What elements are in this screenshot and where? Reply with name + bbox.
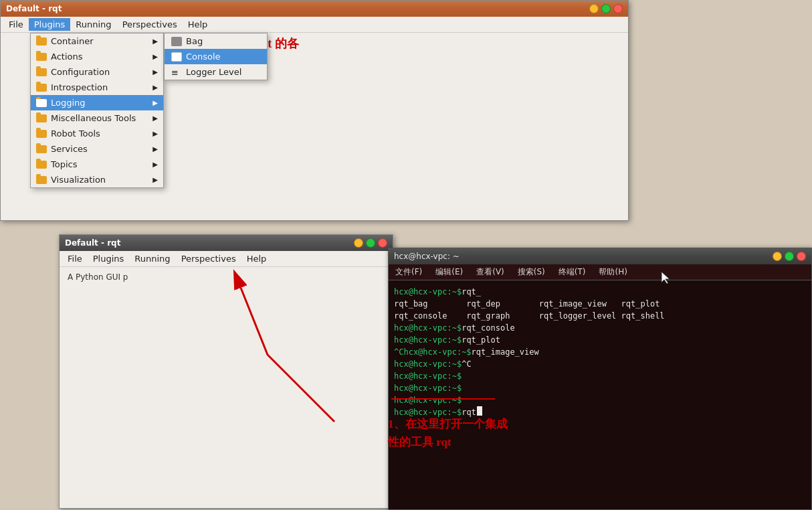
chevron-icon: ▶ xyxy=(153,53,158,60)
bottom-menu-help[interactable]: Help xyxy=(241,252,272,265)
top-menubar: File Plugins Running Perspectives Help xyxy=(1,17,628,33)
bottom-menu-plugins[interactable]: Plugins xyxy=(88,252,130,265)
plugin-logging-label: Logging xyxy=(51,98,86,108)
bottom-menu-running[interactable]: Running xyxy=(129,252,175,265)
term-line-10: hcx@hcx-vpc:~$ xyxy=(394,394,806,406)
menu-file[interactable]: File xyxy=(3,18,29,31)
bottom-content: A Python GUI p xyxy=(60,267,393,287)
plugin-introspection-label: Introspection xyxy=(51,82,108,92)
terminal-maximize[interactable] xyxy=(785,252,794,261)
chevron-icon: ▶ xyxy=(153,130,158,137)
bottom-title: Default - rqt xyxy=(65,238,120,248)
term-menu-search[interactable]: 搜索(S) xyxy=(514,265,549,279)
chevron-icon: ▶ xyxy=(153,145,158,153)
minimize-button[interactable] xyxy=(589,4,599,13)
folder-icon xyxy=(36,161,47,169)
plugin-configuration-label: Configuration xyxy=(51,67,110,77)
chevron-icon: ▶ xyxy=(153,176,158,183)
terminal-minimize[interactable] xyxy=(773,252,782,261)
term-line-8: hcx@hcx-vpc:~$ xyxy=(394,370,806,382)
term-menu-edit[interactable]: 编辑(E) xyxy=(431,265,467,279)
terminal-close[interactable] xyxy=(797,252,806,261)
chevron-icon: ▶ xyxy=(153,68,158,76)
bottom-titlebar-buttons xyxy=(354,238,387,248)
cursor xyxy=(477,406,482,416)
plugin-misc-tools[interactable]: Miscellaneous Tools ▶ xyxy=(31,110,163,126)
folder-icon-active xyxy=(36,99,47,107)
submenu-bag-label: Bag xyxy=(186,36,203,46)
plugin-logging[interactable]: Logging ▶ xyxy=(31,95,163,110)
plugin-actions[interactable]: Actions ▶ xyxy=(31,49,163,64)
plugin-services-label: Services xyxy=(51,144,88,154)
terminal-buttons xyxy=(773,252,806,261)
plugin-robot-tools[interactable]: Robot Tools ▶ xyxy=(31,126,163,141)
bottom-maximize[interactable] xyxy=(366,238,375,248)
submenu-logger-level[interactable]: ≡ Logger Level xyxy=(165,64,267,80)
folder-icon xyxy=(36,130,47,138)
bottom-titlebar: Default - rqt xyxy=(60,235,393,251)
bottom-menu-file[interactable]: File xyxy=(62,252,88,265)
close-button[interactable] xyxy=(613,4,623,13)
menu-plugins[interactable]: Plugins xyxy=(29,18,71,31)
plugin-introspection[interactable]: Introspection ▶ xyxy=(31,80,163,95)
folder-icon xyxy=(36,145,47,153)
term-cmd-5: ^C xyxy=(462,358,471,370)
annotation2-line2: 性的工具 rqt xyxy=(388,433,508,451)
plugin-configuration[interactable]: Configuration ▶ xyxy=(31,64,163,80)
logger-icon: ≡ xyxy=(171,68,182,77)
plugin-misc-label: Miscellaneous Tools xyxy=(51,113,136,123)
folder-icon xyxy=(36,176,47,184)
term-output-1: rqt_bag rqt_dep rqt_image_view rqt_plot xyxy=(394,298,659,310)
terminal-body[interactable]: hcx@hcx-vpc:~$ rqt_ rqt_bag rqt_dep rqt_… xyxy=(389,280,811,424)
term-cmd-1: rqt_ xyxy=(462,286,481,298)
term-prompt-4: ^Chcx@hcx-vpc:~$ xyxy=(394,346,472,358)
chevron-icon: ▶ xyxy=(153,37,158,45)
term-prompt-3: hcx@hcx-vpc:~$ xyxy=(394,334,462,346)
term-menu-view[interactable]: 查看(V) xyxy=(472,265,508,279)
annotation2-line1: 1、在这里打开一个集成 xyxy=(388,415,508,433)
logging-submenu: Bag Console ≡ Logger Level xyxy=(164,33,268,80)
folder-icon xyxy=(36,114,47,122)
console-icon xyxy=(171,52,182,62)
term-prompt-7: hcx@hcx-vpc:~$ xyxy=(394,382,462,394)
bottom-menu-perspectives[interactable]: Perspectives xyxy=(176,252,241,265)
submenu-console[interactable]: Console xyxy=(165,49,267,64)
term-line-7: hcx@hcx-vpc:~$ ^C xyxy=(394,358,806,370)
term-line-3: rqt_console rqt_graph rqt_logger_level r… xyxy=(394,310,806,322)
plugin-visualization[interactable]: Visualization ▶ xyxy=(31,172,163,187)
plugin-services[interactable]: Services ▶ xyxy=(31,141,163,157)
terminal-titlebar: hcx@hcx-vpc: ~ xyxy=(389,248,811,264)
plugin-robot-label: Robot Tools xyxy=(51,129,100,139)
plugin-viz-label: Visualization xyxy=(51,175,106,185)
chevron-icon: ▶ xyxy=(153,114,158,122)
folder-icon xyxy=(36,53,47,61)
menu-perspectives[interactable]: Perspectives xyxy=(117,18,183,31)
red-underline xyxy=(391,398,495,400)
plugin-container[interactable]: Container ▶ xyxy=(31,33,163,49)
submenu-bag[interactable]: Bag xyxy=(165,33,267,49)
chevron-icon: ▶ xyxy=(153,161,158,168)
bottom-minimize[interactable] xyxy=(354,238,363,248)
terminal-menubar: 文件(F) 编辑(E) 查看(V) 搜索(S) 终端(T) 帮助(H) xyxy=(389,264,811,280)
top-rqt-window: Default - rqt File Plugins Running Persp… xyxy=(0,0,629,221)
bottom-close[interactable] xyxy=(378,238,387,248)
bottom-content-text: A Python GUI p xyxy=(68,272,128,282)
submenu-console-label: Console xyxy=(186,52,221,62)
term-menu-help[interactable]: 帮助(H) xyxy=(595,265,631,279)
term-menu-file[interactable]: 文件(F) xyxy=(391,265,426,279)
plugin-topics-label: Topics xyxy=(51,159,77,169)
chevron-icon: ▶ xyxy=(153,84,158,91)
menu-help[interactable]: Help xyxy=(183,18,213,31)
term-line-6: ^Chcx@hcx-vpc:~$ rqt_image_view xyxy=(394,346,806,358)
folder-icon xyxy=(36,68,47,76)
menu-running[interactable]: Running xyxy=(70,18,116,31)
top-title: Default - rqt xyxy=(6,4,62,13)
term-cmd-3: rqt_plot xyxy=(462,334,500,346)
chevron-icon: ▶ xyxy=(153,99,158,106)
maximize-button[interactable] xyxy=(601,4,611,13)
term-menu-terminal[interactable]: 终端(T) xyxy=(554,265,590,279)
annotation-open-rqt: 1、在这里打开一个集成 性的工具 rqt xyxy=(388,415,508,451)
term-line-9: hcx@hcx-vpc:~$ xyxy=(394,382,806,394)
plugin-topics[interactable]: Topics ▶ xyxy=(31,157,163,172)
bag-icon xyxy=(171,37,182,46)
